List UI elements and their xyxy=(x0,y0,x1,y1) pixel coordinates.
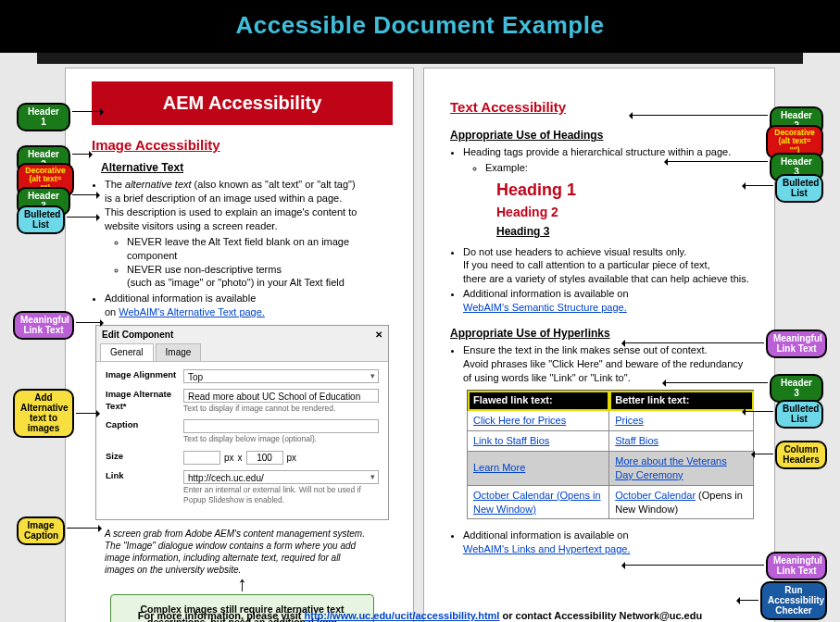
tag-column-headers: Column Headers xyxy=(775,441,827,469)
better-link[interactable]: Staff Bios xyxy=(609,431,754,452)
hyperlinks-list-2: Additional information is available on W… xyxy=(463,529,754,556)
arrow xyxy=(72,194,96,195)
link-text-table: Flawed link text: Better link text: Clic… xyxy=(467,390,754,519)
label: Caption xyxy=(106,419,178,431)
tab-general[interactable]: General xyxy=(100,343,154,361)
tag-meaningful-left: Meaningful Link Text xyxy=(13,311,74,340)
alignment-select[interactable]: Top xyxy=(183,369,379,383)
footnote: For more information, please visit http:… xyxy=(0,610,840,621)
input-value: http://cech.uc.edu/ xyxy=(188,473,264,483)
flawed-link[interactable]: October Calendar (Opens in New Window) xyxy=(468,485,609,519)
page-2: Text Accessibility Appropriate Use of He… xyxy=(423,68,775,622)
better-link[interactable]: Prices xyxy=(609,411,754,431)
aem-title: AEM Accessibility xyxy=(163,93,322,113)
table-row: Link to Staff Bios Staff Bios xyxy=(468,431,754,452)
sublist: NEVER leave the Alt Text field blank on … xyxy=(127,235,393,290)
text: For more information, please visit xyxy=(138,610,305,621)
table-row: October Calendar (Opens in New Window) O… xyxy=(468,485,754,519)
arrow xyxy=(746,411,773,412)
edit-component-dialog: Edit Component ✕ General Image Image Ali… xyxy=(95,325,389,520)
list-item: Additional information is available on W… xyxy=(105,292,393,319)
tag-header1: Header 1 xyxy=(17,103,70,131)
text: image information, including alternate t… xyxy=(105,553,341,563)
flawed-link[interactable]: Learn More xyxy=(468,451,609,485)
tag-run-checker: Run Accessibility Checker xyxy=(760,581,827,620)
text: website visitors using a screen reader. xyxy=(105,220,277,231)
text: there are a variety of styles available … xyxy=(463,273,749,284)
caption-input[interactable] xyxy=(183,419,379,433)
list-item: NEVER leave the Alt Text field blank on … xyxy=(127,235,393,263)
width-input[interactable] xyxy=(183,451,220,465)
label: Size xyxy=(106,451,178,463)
better-link-cell: October Calendar (Opens in New Window) xyxy=(609,485,754,519)
list-item: The alternative text (also known as "alt… xyxy=(105,178,393,290)
hyperlinks-list: Ensure the text in the link makes sense … xyxy=(463,343,754,385)
headings-heading: Appropriate Use of Headings xyxy=(450,128,754,143)
arrow xyxy=(668,161,768,162)
better-link[interactable]: More about the Veterans Day Ceremony xyxy=(609,451,754,485)
arrow xyxy=(746,185,773,186)
close-icon[interactable]: ✕ xyxy=(375,329,382,342)
list-item: Additional information is available on W… xyxy=(463,287,754,315)
arrow xyxy=(67,217,96,218)
text: The xyxy=(105,179,125,190)
footnote-link[interactable]: http://www.uc.edu/ucit/accessibility.htm… xyxy=(305,610,500,621)
text: is a brief description of an image used … xyxy=(105,193,342,204)
flawed-link[interactable]: Link to Staff Bios xyxy=(468,431,609,452)
text: px xyxy=(224,452,234,465)
arrow xyxy=(76,413,96,414)
image-caption-text: A screen grab from Adobe AEM's content m… xyxy=(92,526,393,576)
dark-band xyxy=(37,53,803,64)
text: Additional information is available xyxy=(105,292,256,304)
text: This description is used to explain an i… xyxy=(105,206,357,218)
arrow xyxy=(67,528,98,529)
webaim-alt-link[interactable]: WebAIM's Alternative Text page. xyxy=(119,306,265,317)
arrow xyxy=(72,154,89,155)
alt-text-input[interactable]: Read more about UC School of Education xyxy=(183,389,379,403)
tag-image-caption: Image Caption xyxy=(17,516,65,545)
list-item: Ensure the text in the link makes sense … xyxy=(463,343,754,385)
text: Additional information is available on xyxy=(463,288,629,299)
link-input[interactable]: http://cech.uc.edu/ xyxy=(183,470,379,484)
text: of using words like "Link" or "Link to". xyxy=(463,372,631,383)
arrow xyxy=(755,454,773,454)
tag-bulleted-left: Bulleted List xyxy=(17,205,65,234)
webaim-links-link[interactable]: WebAIM's Links and Hypertext page. xyxy=(463,543,630,554)
alt-text-heading: Alternative Text xyxy=(101,160,393,175)
text: A screen grab from Adobe AEM's content m… xyxy=(105,529,365,539)
dialog-titlebar: Edit Component ✕ xyxy=(96,326,388,344)
text: Do not use headers to achieve visual res… xyxy=(463,246,686,257)
hint: Text to display below image (optional). xyxy=(183,434,379,444)
text: If you need to call attention to a parti… xyxy=(463,259,710,270)
select-value: Top xyxy=(188,372,203,382)
list-item: Do not use headers to achieve visual res… xyxy=(463,245,754,287)
example-heading-1: Heading 1 xyxy=(496,179,754,201)
alt-text-list: The alternative text (also known as "alt… xyxy=(105,178,393,318)
arrow xyxy=(633,115,768,116)
text: or contact Accessibility Network@uc.edu xyxy=(499,610,702,621)
label: Link xyxy=(106,470,178,482)
flawed-link[interactable]: Click Here for Prices xyxy=(468,411,609,431)
text-em: alternative text xyxy=(125,179,192,190)
text: Ensure the text in the link makes sense … xyxy=(463,344,708,355)
arrow xyxy=(666,382,768,383)
example-heading-2: Heading 2 xyxy=(496,204,754,221)
dialog-body: Image Alignment Top Image Alternate Text… xyxy=(96,362,388,519)
label: Image Alternate Text* xyxy=(106,389,178,413)
tag-bulleted-right2: Bulleted List xyxy=(775,400,823,429)
headings-list-2: Do not use headers to achieve visual res… xyxy=(463,245,754,315)
label: Image Alignment xyxy=(106,369,178,381)
tag-bulleted-right1: Bulleted List xyxy=(775,174,823,203)
better-link[interactable]: October Calendar xyxy=(615,490,696,501)
dialog-title: Edit Component xyxy=(102,329,173,342)
table-header-row: Flawed link text: Better link text: xyxy=(468,391,754,411)
list-item: Additional information is available on W… xyxy=(463,529,754,556)
hint: Enter an internal or external link. Will… xyxy=(183,485,379,506)
tab-image[interactable]: Image xyxy=(156,343,202,361)
arrow xyxy=(625,565,764,566)
hyperlinks-heading: Appropriate Use of Hyperlinks xyxy=(450,326,754,341)
height-input[interactable]: 100 xyxy=(246,451,283,465)
webaim-semantic-link[interactable]: WebAIM's Semantic Structure page. xyxy=(463,302,627,313)
text: images on the university website. xyxy=(105,565,241,575)
arrow xyxy=(625,342,764,343)
